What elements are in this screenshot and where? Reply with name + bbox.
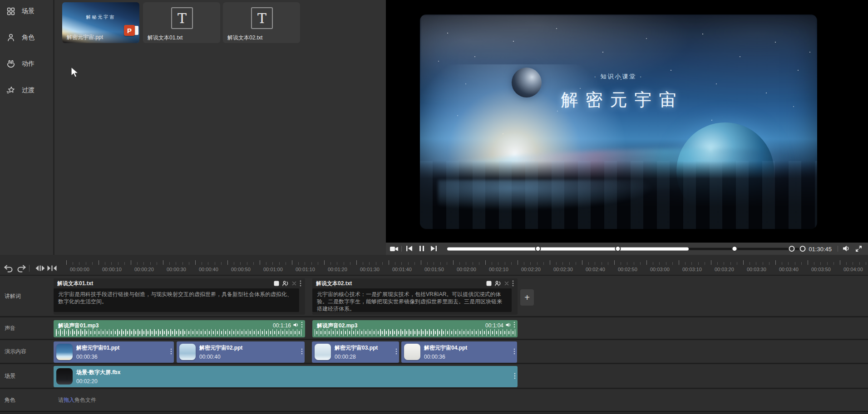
split-clip-button[interactable] bbox=[35, 265, 45, 273]
segment-marker[interactable] bbox=[800, 246, 806, 252]
more-icon[interactable] bbox=[513, 321, 515, 329]
audio-clip[interactable]: 解说声音01.mp3 00:1:16 bbox=[54, 320, 305, 337]
segment-marker[interactable] bbox=[615, 246, 621, 252]
more-icon[interactable] bbox=[301, 348, 303, 356]
clip-duration: 00:1:16 bbox=[273, 322, 291, 329]
ppt-clip[interactable]: 解密元宇宙04.ppt 00:00:36 bbox=[401, 341, 517, 363]
next-frame-button[interactable] bbox=[430, 245, 439, 253]
redo-button[interactable] bbox=[16, 265, 26, 273]
ruler-label: 00:03:30 bbox=[747, 267, 766, 272]
narration-clip[interactable]: 解说文本02.txt 元宇宙的核心技术：一是扩展现实技术，包括VR和AR。可以提… bbox=[312, 278, 518, 315]
add-clip-button[interactable]: + bbox=[520, 289, 534, 306]
seek-bar[interactable] bbox=[447, 248, 801, 250]
voice-icon[interactable] bbox=[282, 281, 289, 286]
track-label: 讲解词 bbox=[5, 292, 21, 300]
ruler-label: 00:00:00 bbox=[70, 267, 89, 272]
volume-icon[interactable] bbox=[843, 245, 852, 253]
clip-duration: 00:00:28 bbox=[335, 354, 356, 360]
sidebar-item-transition[interactable]: 过渡 bbox=[0, 83, 53, 98]
more-icon[interactable] bbox=[170, 348, 172, 356]
sidebar-item-label: 场景 bbox=[22, 7, 35, 15]
ruler-label: 00:03:00 bbox=[650, 267, 670, 272]
track-label: 声音 bbox=[5, 324, 15, 332]
ppt-clip[interactable]: 解密元宇宙02.ppt 00:00:40 bbox=[177, 341, 305, 363]
ruler-label: 00:02:00 bbox=[457, 267, 476, 272]
more-icon[interactable] bbox=[301, 321, 303, 329]
ruler-label: 00:00:30 bbox=[167, 267, 186, 272]
audio-waveform bbox=[315, 329, 515, 336]
sidebar-item-role[interactable]: 角色 bbox=[0, 30, 53, 45]
clip-thumbnail bbox=[56, 344, 73, 360]
narration-clip[interactable]: 解说文本01.txt 元宇宙是用科技手段进行链接与创造，与现实映射交互的虚拟世界… bbox=[54, 278, 305, 315]
note-icon[interactable] bbox=[486, 281, 492, 286]
camera-icon[interactable] bbox=[390, 245, 399, 253]
close-icon[interactable] bbox=[504, 281, 509, 286]
clip-name: 解说声音01.mp3 bbox=[58, 322, 99, 330]
sidebar-item-label: 角色 bbox=[22, 34, 35, 42]
role-hint-prefix: 请 bbox=[58, 397, 64, 403]
audio-waveform bbox=[56, 329, 303, 336]
ruler-label: 00:02:50 bbox=[618, 267, 637, 272]
sidebar-item-label: 动作 bbox=[22, 60, 35, 68]
ruler-label: 00:02:10 bbox=[489, 267, 508, 272]
segment-marker[interactable] bbox=[535, 246, 541, 252]
segment-marker[interactable] bbox=[789, 246, 795, 252]
text-file-icon: T bbox=[251, 7, 273, 29]
undo-button[interactable] bbox=[4, 265, 14, 273]
track-label: 演示内容 bbox=[5, 348, 26, 356]
ruler-label: 00:00:20 bbox=[134, 267, 154, 272]
fullscreen-icon[interactable] bbox=[855, 245, 864, 253]
track-scene: 场景 场景-数字大屏.fbx 00:02:20 bbox=[0, 364, 868, 389]
close-icon[interactable] bbox=[292, 281, 296, 286]
note-icon[interactable] bbox=[274, 281, 279, 286]
speaker-icon[interactable] bbox=[506, 322, 511, 329]
seek-bar-progress bbox=[447, 247, 689, 250]
pause-button[interactable] bbox=[419, 245, 428, 253]
timeline-bottom-strip bbox=[0, 411, 868, 414]
video-canvas: · 知识小课堂 · 解密元宇宙 bbox=[420, 15, 817, 229]
track-label: 角色 bbox=[5, 396, 15, 404]
segment-marker[interactable] bbox=[732, 246, 738, 252]
speaker-icon[interactable] bbox=[293, 322, 299, 329]
transition-star-icon bbox=[6, 85, 16, 95]
ruler-label: 00:01:00 bbox=[263, 267, 283, 272]
clip-duration: 00:02:20 bbox=[76, 378, 98, 385]
asset-tile-txt-02[interactable]: T 解说文本02.txt bbox=[223, 2, 300, 43]
clip-thumbnail bbox=[179, 344, 196, 360]
toolbar-separator bbox=[29, 265, 30, 272]
prev-frame-button[interactable] bbox=[406, 245, 415, 253]
ruler-major-ticks bbox=[66, 260, 866, 265]
ppt-clip[interactable]: 解密元宇宙01.ppt 00:00:36 bbox=[54, 341, 174, 363]
asset-tile-txt-01[interactable]: T 解说文本01.txt bbox=[143, 2, 220, 43]
ruler-label: 00:01:50 bbox=[424, 267, 444, 272]
sidebar-item-action[interactable]: 动作 bbox=[0, 56, 53, 72]
ruler-label: 00:02:20 bbox=[521, 267, 541, 272]
scene-clip[interactable]: 场景-数字大屏.fbx 00:02:20 bbox=[54, 366, 518, 387]
more-icon[interactable] bbox=[513, 348, 515, 356]
more-icon[interactable] bbox=[395, 348, 397, 356]
asset-tile-ppt[interactable]: 解秘元宇宙 解密元宇宙.ppt P bbox=[62, 2, 139, 43]
clip-duration: 00:00:40 bbox=[199, 354, 221, 360]
clip-duration: 00:00:36 bbox=[424, 354, 445, 360]
text-file-icon: T bbox=[171, 7, 193, 29]
ruler-label: 00:03:10 bbox=[682, 267, 702, 272]
more-icon[interactable] bbox=[300, 280, 301, 287]
join-clip-button[interactable] bbox=[47, 265, 57, 273]
audio-clip[interactable]: 解说声音02.mp3 00:1:04 bbox=[312, 320, 518, 337]
ruler-label: 00:00:10 bbox=[102, 267, 122, 272]
clip-thumbnail bbox=[404, 344, 420, 360]
clip-thumbnail bbox=[315, 344, 331, 360]
more-icon[interactable] bbox=[514, 373, 516, 381]
track-content: 演示内容 解密元宇宙01.ppt 00:00:36 解密元宇宙02.ppt 00… bbox=[0, 340, 868, 364]
sidebar-item-scene[interactable]: 场景 bbox=[0, 4, 53, 19]
ppt-clip[interactable]: 解密元宇宙03.ppt 00:00:28 bbox=[312, 341, 399, 363]
more-icon[interactable] bbox=[512, 280, 514, 287]
drag-in-link[interactable]: 拖入 bbox=[64, 397, 74, 403]
track-audio: 声音 解说声音01.mp3 00:1:16 解说声音02.mp3 00:1:04 bbox=[0, 317, 868, 340]
ruler-label: 00:04:00 bbox=[843, 267, 863, 272]
video-title: 解密元宇宙 bbox=[420, 88, 817, 112]
clip-name: 解密元宇宙03.ppt bbox=[335, 344, 378, 352]
voice-icon[interactable] bbox=[495, 281, 501, 286]
clip-thumbnail bbox=[56, 368, 73, 385]
left-sidebar: 场景 角色 动作 过渡 bbox=[0, 0, 53, 255]
